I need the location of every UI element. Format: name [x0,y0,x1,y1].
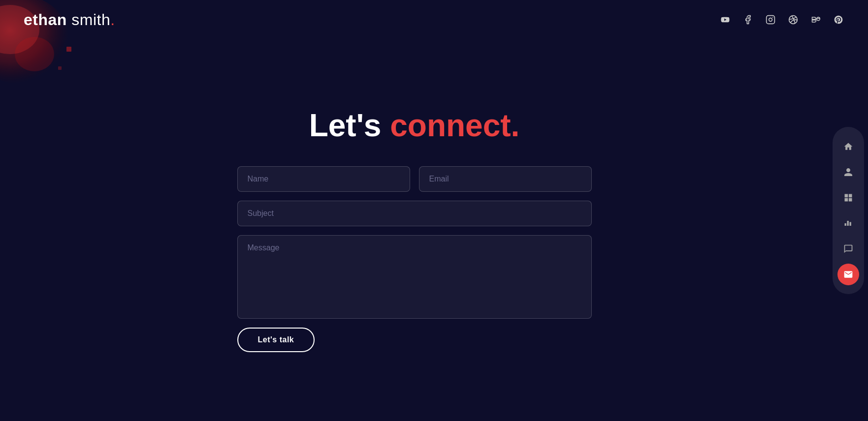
heading-dot: . [511,108,520,143]
subject-input[interactable] [237,201,592,226]
nav-skills[interactable] [837,212,859,234]
svg-rect-5 [767,16,775,24]
contact-form: Let's talk [237,166,592,352]
pinterest-icon[interactable] [833,14,844,26]
instagram-icon[interactable] [765,14,776,26]
logo-bold: ethan [24,11,67,29]
submit-button[interactable]: Let's talk [237,328,315,352]
nav-blog[interactable] [837,238,859,260]
form-row-name-email [237,166,592,192]
name-input[interactable] [237,166,410,192]
nav-about[interactable] [837,161,859,183]
heading-part1: Let's [309,108,390,143]
page-heading: Let's connect. [309,108,520,143]
logo[interactable]: ethan smith. [24,11,115,29]
behance-icon[interactable] [810,14,822,26]
sidebar-nav [833,127,864,294]
nav-contact[interactable] [837,264,859,285]
logo-normal: smith [67,11,110,29]
social-icons [719,14,844,26]
email-input[interactable] [419,166,592,192]
message-textarea[interactable] [237,235,592,319]
heading-part2: connect [390,108,511,143]
svg-point-7 [772,17,773,18]
top-nav: ethan smith. [0,0,868,39]
logo-dot: . [110,11,115,29]
youtube-icon[interactable] [719,14,731,26]
facebook-icon[interactable] [742,14,754,26]
dribbble-icon[interactable] [787,14,799,26]
svg-point-6 [769,18,772,22]
form-row-subject [237,201,592,226]
main-content: Let's connect. Let's talk [0,39,829,421]
nav-portfolio[interactable] [837,187,859,209]
nav-home[interactable] [837,136,859,157]
